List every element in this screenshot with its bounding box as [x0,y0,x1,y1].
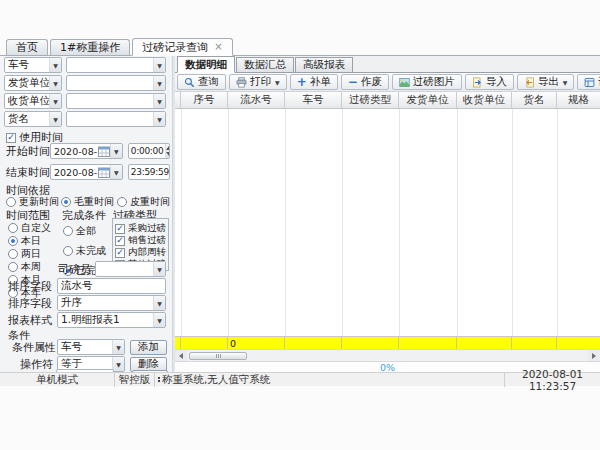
end-time-row: 结束时间 2020-08-01 ▼ 23:59:59 [6,164,170,180]
brand-icon [158,377,160,382]
status-datetime: 2020-08-01 11:23:57 [505,368,600,392]
radio-all[interactable]: 全部 [63,224,96,238]
sort-field-label: 排序字段 [8,279,57,294]
tab-advanced-report[interactable]: 高级报表 [295,57,353,72]
operator-combo[interactable]: ▼ [95,261,166,277]
chevron-down-icon: ▼ [49,112,61,126]
start-time-stepper[interactable]: 0:00:00 [128,143,170,159]
tab-data-detail[interactable]: 数据明细 [177,56,235,73]
operator-row: 司磅员 ▼ [58,261,168,277]
column-header-spec[interactable]: 规格 [557,92,600,108]
sort-order-combo[interactable]: 升序▼ [57,295,166,311]
chevron-down-icon: ▼ [49,76,61,90]
chevron-down-icon: ▼ [112,340,124,354]
condition-attr-value: 车号 [58,340,112,354]
add-condition-button[interactable]: 添加 [130,340,167,355]
sort-field-input[interactable]: 流水号 [57,278,166,294]
settings-button[interactable]: 设置 [577,74,600,90]
receiver-value-combo[interactable]: ▼ [66,93,166,109]
radio-custom-range[interactable]: 自定义 [8,221,51,235]
radio-two-days[interactable]: 两日 [8,247,41,261]
chevron-down-icon: ▼ [49,58,61,72]
radio-update-time[interactable]: 更新时间 [6,195,61,209]
radio-today[interactable]: 本日 [8,234,41,248]
tab-weigh-operation[interactable]: 1#称重操作 [50,39,130,55]
filter-row-receiver: 收货单位▼ ▼ [4,93,168,109]
spinner-icon [165,144,170,158]
radio-unfinished[interactable]: 未完成 [63,244,106,258]
query-button[interactable]: 查询 [177,74,226,90]
start-time-label: 开始时间 [6,144,50,159]
printer-icon [236,77,247,88]
summary-cell [457,337,512,349]
radio-gross-time[interactable]: 毛重时间 [61,195,117,209]
checkbox-checked-icon: ✓ [115,236,125,246]
close-icon[interactable]: × [214,42,222,52]
calendar-icon [98,167,110,178]
horizontal-scrollbar[interactable] [175,349,600,361]
scroll-left-icon[interactable] [175,350,187,361]
result-tab-bar: 数据明细 数据汇总 高级报表 [175,56,600,73]
summary-cell [342,337,399,349]
sort-order-row: 排序字段 升序▼ [8,295,168,311]
grid-body[interactable] [175,109,600,336]
scroll-right-icon[interactable] [588,350,600,361]
start-date-picker[interactable]: 2020-08-01 ▼ [50,143,123,159]
field-select-receiver[interactable]: 收货单位▼ [4,93,62,109]
column-header-seq[interactable]: 序号 [181,92,228,108]
shipper-value-combo[interactable]: ▼ [66,75,166,91]
end-date-picker[interactable]: 2020-08-01 ▼ [50,164,123,180]
chevron-down-icon: ▼ [153,58,165,72]
import-button[interactable]: 导入 [465,74,514,90]
export-button[interactable]: 导出 ▼ [517,74,575,90]
radio-icon [63,226,73,236]
field-select-shipper[interactable]: 发货单位▼ [4,75,62,91]
search-icon [184,77,195,88]
grid-header: 序号 流水号 车号 过磅类型 发货单位 收货单位 货名 规格 [175,92,600,109]
chevron-down-icon: ▼ [275,79,280,86]
print-button[interactable]: 打印 ▼ [229,74,287,90]
void-button[interactable]: − 作废 [341,74,389,90]
goods-value-combo[interactable]: ▼ [66,111,166,127]
finish-cond-title: 完成条件 [62,208,106,223]
scrollbar-thumb[interactable] [189,352,247,360]
field-select-goods[interactable]: 货名▼ [4,111,62,127]
tab-weigh-record-query-label: 过磅记录查询 [142,40,208,55]
tab-data-summary[interactable]: 数据汇总 [236,57,294,72]
chevron-down-icon: ▼ [153,296,165,310]
tab-home[interactable]: 首页 [6,39,48,55]
status-bar: 单机模式 智控版 称重系统,无人值守系统 2020-08-01 11:23:57 [0,372,600,386]
report-style-label: 报表样式 [8,313,57,328]
chevron-down-icon: ▼ [49,94,61,108]
summary-cell [557,337,600,349]
condition-attr-combo[interactable]: 车号▼ [57,339,125,355]
radio-icon [8,262,18,272]
supplement-order-button[interactable]: + 补单 [290,74,338,90]
tab-weigh-record-query[interactable]: 过磅记录查询 × [132,38,232,56]
column-header-vehicle[interactable]: 车号 [285,92,342,108]
settings-icon [584,77,595,88]
radio-this-week[interactable]: 本周 [8,260,41,274]
sort-field-value: 流水号 [61,279,93,293]
summary-seq-cell [181,337,228,349]
status-edition: 智控版 [115,373,155,387]
end-time-label: 结束时间 [6,165,50,180]
chevron-down-icon: ▼ [153,76,165,90]
field-select-vehicle[interactable]: 车号▼ [4,57,62,73]
column-header-shipper[interactable]: 发货单位 [399,92,457,108]
end-time-stepper[interactable]: 23:59:59 [128,164,170,180]
column-header-goods[interactable]: 货名 [512,92,557,108]
report-style-combo[interactable]: 1.明细报表1▼ [57,312,166,328]
column-header-serial[interactable]: 流水号 [228,92,285,108]
start-date-value: 2020-08-01 [51,146,97,157]
weigh-image-button[interactable]: 过磅图片 [392,74,462,90]
radio-selected-icon [8,236,18,246]
column-header-receiver[interactable]: 收货单位 [457,92,512,108]
radio-tare-time[interactable]: 皮重时间 [117,195,170,209]
column-header-weigh-type[interactable]: 过磅类型 [342,92,399,108]
app-window: 首页 1#称重操作 过磅记录查询 × 车号▼ ▼ 发货单位▼ ▼ 收货单位▼ ▼ [0,38,600,386]
sort-field-row: 排序字段 流水号 [8,278,168,294]
field-select-receiver-label: 收货单位 [5,94,49,108]
vehicle-value-combo[interactable]: ▼ [66,57,166,73]
plus-icon: + [297,77,307,87]
